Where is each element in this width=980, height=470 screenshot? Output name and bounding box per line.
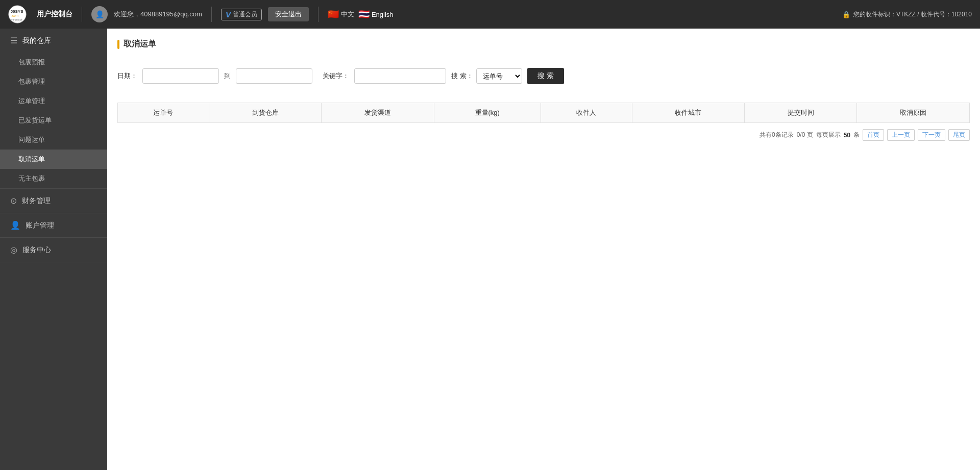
col-cancel-reason: 取消原因	[857, 103, 970, 123]
page-title: 取消运单	[124, 39, 156, 50]
data-table: 运单号 到货仓库 发货渠道 重量(kg) 收件人 收件城市 提交时间 取消原因	[117, 103, 970, 123]
warehouse-icon: ☰	[10, 36, 17, 45]
search-type-label: 搜 索：	[451, 71, 473, 81]
th-flag-icon: 🇹🇭	[358, 9, 370, 20]
total-records: 共有0条记录	[760, 131, 794, 139]
sidebar-section-warehouse: ☰ 我的仓库 包裹预报 包裹管理 运单管理 已发货运单 问题运单 取消运单 无主…	[0, 29, 107, 189]
sidebar-item-cancel-waybill[interactable]: 取消运单	[0, 150, 107, 169]
first-page-button[interactable]: 首页	[863, 129, 884, 141]
col-arrival-warehouse: 到货仓库	[209, 103, 321, 123]
page-title-row: 取消运单	[117, 39, 970, 50]
sidebar-item-shipped-waybill[interactable]: 已发货运单	[0, 111, 107, 130]
sidebar-sub-items: 包裹预报 包裹管理 运单管理 已发货运单 问题运单 取消运单 无主包裹	[0, 53, 107, 188]
sidebar-finance-label: 财务管理	[22, 196, 51, 206]
svg-text:56SYS: 56SYS	[11, 9, 24, 14]
welcome-text: 欢迎您，409889195@qq.com	[114, 10, 202, 19]
sidebar-item-unclaimed-package[interactable]: 无主包裹	[0, 169, 107, 188]
avatar: 👤	[91, 6, 108, 22]
last-page-button[interactable]: 尾页	[948, 129, 970, 141]
col-weight: 重量(kg)	[434, 103, 541, 123]
service-icon: ◎	[10, 245, 17, 255]
sidebar-item-finance[interactable]: ⊙ 财务管理	[0, 189, 107, 213]
per-page-count: 50	[844, 132, 850, 139]
col-city: 收件城市	[632, 103, 744, 123]
svg-text:全景物流通: 全景物流通	[10, 18, 22, 21]
member-badge: V 普通会员	[221, 9, 262, 20]
finance-icon: ⊙	[10, 196, 17, 206]
sidebar-item-my-warehouse[interactable]: ☰ 我的仓库	[0, 29, 107, 53]
prev-page-button[interactable]: 上一页	[887, 129, 915, 141]
layout: ☰ 我的仓库 包裹预报 包裹管理 运单管理 已发货运单 问题运单 取消运单 无主…	[0, 29, 980, 470]
lock-icon: 🔒	[842, 11, 850, 18]
search-type-wrap: 搜 索： 运单号 收件人 收件城市	[451, 68, 522, 84]
sidebar-item-account[interactable]: 👤 账户管理	[0, 213, 107, 237]
sidebar-item-service[interactable]: ◎ 服务中心	[0, 238, 107, 262]
per-page-label: 每页展示	[816, 131, 841, 139]
sidebar: ☰ 我的仓库 包裹预报 包裹管理 运单管理 已发货运单 问题运单 取消运单 无主…	[0, 29, 107, 470]
table-header-row: 运单号 到货仓库 发货渠道 重量(kg) 收件人 收件城市 提交时间 取消原因	[118, 103, 970, 123]
next-page-button[interactable]: 下一页	[918, 129, 945, 141]
lang-cn-label: 中文	[341, 10, 354, 19]
lang-en-button[interactable]: 🇹🇭 English	[358, 9, 394, 20]
search-bar: 日期： 到 关键字： 搜 索： 运单号 收件人 收件城市 搜 索	[117, 60, 970, 92]
receiver-info: 您的收件标识：VTKZZ / 收件代号：102010	[853, 10, 972, 19]
user-control-label: 用户控制台	[37, 10, 72, 19]
date-label: 日期：	[117, 71, 137, 81]
sidebar-item-package-manage[interactable]: 包裹管理	[0, 72, 107, 91]
account-icon: 👤	[10, 220, 20, 230]
sidebar-item-waybill-manage[interactable]: 运单管理	[0, 91, 107, 111]
lang-group: 🇨🇳 中文 🇹🇭 English	[328, 9, 394, 20]
logout-button[interactable]: 安全退出	[268, 7, 309, 21]
header-right: 🔒 您的收件标识：VTKZZ / 收件代号：102010	[842, 10, 972, 19]
v-icon: V	[226, 10, 231, 19]
sidebar-item-package-report[interactable]: 包裹预报	[0, 53, 107, 72]
main-content: 取消运单 日期： 到 关键字： 搜 索： 运单号 收件人 收件城市 搜 索	[107, 29, 980, 470]
search-type-select[interactable]: 运单号 收件人 收件城市	[476, 68, 522, 84]
keyword-input[interactable]	[354, 68, 446, 84]
keyword-label: 关键字：	[323, 71, 349, 81]
lang-en-label: English	[372, 11, 394, 18]
pagination: 共有0条记录 0/0 页 每页展示 50 条 首页 上一页 下一页 尾页	[117, 129, 970, 141]
logo: 56SYS .com 全景物流通	[8, 5, 27, 23]
header-divider-1	[82, 7, 82, 22]
page-info: 0/0 页	[797, 131, 813, 139]
sidebar-section-account: 👤 账户管理	[0, 213, 107, 238]
header-divider-3	[318, 7, 318, 22]
search-button[interactable]: 搜 索	[527, 68, 564, 84]
header-divider-2	[211, 7, 212, 22]
sidebar-section-finance: ⊙ 财务管理	[0, 189, 107, 213]
date-from-input[interactable]	[142, 68, 219, 84]
lang-cn-button[interactable]: 🇨🇳 中文	[328, 9, 354, 20]
logo-icon: 56SYS .com 全景物流通	[8, 5, 27, 23]
sidebar-warehouse-label: 我的仓库	[22, 36, 51, 45]
welcome-prefix: 欢迎您，	[114, 10, 140, 18]
col-shipping-channel: 发货渠道	[322, 103, 434, 123]
col-receiver: 收件人	[541, 103, 632, 123]
sidebar-service-label: 服务中心	[22, 245, 51, 255]
date-to-input[interactable]	[236, 68, 312, 84]
table-header: 运单号 到货仓库 发货渠道 重量(kg) 收件人 收件城市 提交时间 取消原因	[118, 103, 970, 123]
svg-text:.com: .com	[11, 14, 18, 17]
header: 56SYS .com 全景物流通 用户控制台 👤 欢迎您，409889195@q…	[0, 0, 980, 29]
page-title-bar	[117, 40, 119, 49]
sidebar-account-label: 账户管理	[26, 221, 54, 230]
col-submit-time: 提交时间	[745, 103, 857, 123]
sidebar-section-service: ◎ 服务中心	[0, 238, 107, 262]
sidebar-item-problem-waybill[interactable]: 问题运单	[0, 130, 107, 150]
user-email: 409889195@qq.com	[140, 10, 202, 18]
date-to-label: 到	[224, 71, 231, 81]
per-page-unit: 条	[853, 131, 860, 139]
col-waybill-no: 运单号	[118, 103, 209, 123]
cn-flag-icon: 🇨🇳	[328, 9, 339, 20]
member-label: 普通会员	[233, 10, 257, 19]
